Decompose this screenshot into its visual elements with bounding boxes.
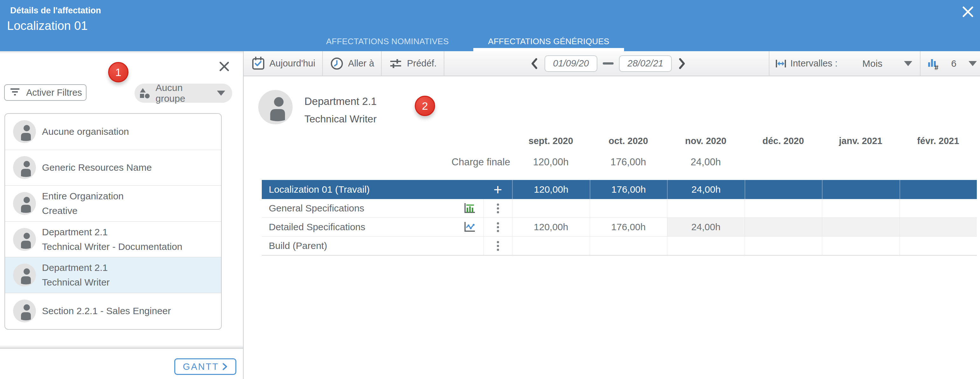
org-list-item[interactable]: Generic Resources Name (5, 150, 221, 186)
activate-filters-button[interactable]: Activer Filtres (4, 84, 86, 101)
org-list-item[interactable]: Section 2.2.1 - Sales Engineer (5, 293, 221, 329)
summary-value-cell[interactable]: 24,00h (667, 180, 745, 199)
add-task-button[interactable]: + (484, 180, 512, 199)
assignment-summary-row: Localization 01 (Travail) + 120,00h176,0… (262, 180, 977, 199)
tab-affectations-nominatives[interactable]: AFFECTATIONS NOMINATIVES (318, 32, 457, 51)
task-name: General Specifications (269, 203, 364, 214)
group-selector[interactable]: Aucun groupe (135, 84, 232, 103)
toolbar-buttons: Aujourd'hui Aller à Prédéf. (243, 51, 444, 76)
task-menu-button[interactable] (484, 236, 512, 255)
organization-list: Aucune organisationGeneric Resources Nam… (5, 113, 222, 330)
dialog-header: Détails de l'affectation Localization 01… (0, 0, 980, 51)
task-value-cell[interactable] (899, 199, 977, 217)
task-value-cell[interactable] (822, 236, 899, 255)
charge-finale-row: Charge finale 120,00h176,00h24,00h (262, 156, 977, 168)
gantt-label: GANTT (183, 362, 219, 372)
org-item-title: Aucune organisation (42, 124, 129, 139)
dialog-subtitle: Détails de l'affectation (10, 6, 101, 16)
tab-affectations-generiques[interactable]: AFFECTATIONS GÉNÉRIQUES (473, 32, 624, 51)
org-item-text: Generic Resources Name (42, 160, 152, 175)
task-row: General Specifications (262, 199, 977, 218)
org-item-text: Entire OrganizationCreative (42, 189, 124, 218)
task-value-cell[interactable]: 120,00h (512, 218, 590, 236)
summary-value-cell[interactable] (822, 180, 899, 199)
go-to-button[interactable]: Aller à (323, 51, 382, 76)
task-menu-button[interactable] (484, 199, 512, 217)
timeline-toolbar: Aujourd'hui Aller à Prédéf. 01/09/20 28/… (243, 51, 980, 76)
chevron-down-icon[interactable] (904, 61, 912, 66)
summary-value-cell[interactable]: 120,00h (512, 180, 590, 199)
month-header: nov. 2020 (667, 135, 745, 146)
kebab-menu-icon (497, 239, 499, 252)
avatar (13, 120, 36, 143)
gantt-button[interactable]: GANTT (174, 358, 236, 375)
task-value-cell[interactable] (667, 236, 745, 255)
task-value-cell[interactable]: 176,00h (590, 218, 667, 236)
summary-value-cell[interactable]: 176,00h (590, 180, 667, 199)
person-icon (13, 120, 36, 143)
clock-icon (330, 57, 344, 71)
date-range-controls: 01/09/20 28/02/21 (530, 51, 687, 76)
preset-button[interactable]: Prédéf. (382, 51, 444, 76)
avatar (13, 263, 36, 287)
chevron-down-icon (217, 90, 225, 96)
resource-avatar (258, 90, 293, 125)
today-button[interactable]: Aujourd'hui (251, 51, 323, 76)
resource-subtitle: Technical Writer (304, 113, 377, 125)
org-list-item[interactable]: Department 2.1Technical Writer - Documen… (5, 221, 221, 257)
months-header-row: sept. 2020oct. 2020nov. 2020déc. 2020jan… (262, 135, 977, 146)
bar-chart-icon-button[interactable] (463, 202, 476, 215)
chevron-right-icon (222, 363, 228, 371)
task-value-cell[interactable] (822, 218, 899, 236)
task-value-cell[interactable]: 24,00h (667, 218, 745, 236)
task-value-cell[interactable] (590, 236, 667, 255)
avatar (13, 156, 36, 179)
charge-finale-value (822, 156, 899, 168)
intervals-label: Intervalles : (791, 58, 837, 69)
person-icon (13, 263, 36, 287)
month-header: déc. 2020 (745, 135, 822, 146)
task-value-cell[interactable] (822, 199, 899, 217)
task-value-cell[interactable] (512, 236, 590, 255)
close-icon[interactable] (960, 4, 975, 19)
summary-value-cell[interactable] (899, 180, 977, 199)
task-value-cell[interactable] (745, 199, 822, 217)
column-count-value[interactable]: 6 (951, 58, 956, 69)
assignment-summary-label: Localization 01 (Travail) (262, 180, 484, 199)
date-to-input[interactable]: 28/02/21 (619, 56, 672, 72)
avatar (13, 228, 36, 251)
chevron-right-icon[interactable] (677, 57, 687, 70)
org-list-item[interactable]: Entire OrganizationCreative (5, 186, 221, 221)
group-icon (139, 87, 150, 99)
month-header: janv. 2021 (822, 135, 899, 146)
org-item-text: Aucune organisation (42, 124, 129, 139)
svg-text:#: # (934, 63, 938, 71)
line-chart-icon-button[interactable] (463, 220, 476, 233)
summary-value-cell[interactable] (745, 180, 822, 199)
task-row: Detailed Specifications120,00h176,00h24,… (262, 218, 977, 236)
person-icon (258, 90, 293, 124)
task-value-cell[interactable] (512, 199, 590, 217)
chevron-left-icon[interactable] (530, 57, 539, 70)
task-value-cell[interactable] (745, 218, 822, 236)
task-menu-button[interactable] (484, 218, 512, 236)
org-item-title: Section 2.2.1 - Sales Engineer (42, 304, 171, 318)
avatar (13, 300, 36, 322)
sidebar-close-icon[interactable] (218, 60, 230, 73)
task-label-cell: General Specifications (262, 199, 484, 217)
task-value-cell[interactable] (667, 199, 745, 217)
bar-chart-icon (463, 202, 476, 215)
chevron-down-icon[interactable] (969, 61, 977, 66)
task-value-cell[interactable] (745, 236, 822, 255)
org-item-title: Department 2.1 (42, 225, 182, 239)
date-from-input[interactable]: 01/09/20 (544, 56, 597, 72)
intervals-value[interactable]: Mois (862, 58, 882, 69)
task-value-cell[interactable] (590, 199, 667, 217)
org-list-item[interactable]: Aucune organisation (5, 114, 221, 150)
org-item-text: Department 2.1Technical Writer - Documen… (42, 225, 182, 254)
task-value-cell[interactable] (899, 236, 977, 255)
task-value-cell[interactable] (899, 218, 977, 236)
org-list-item[interactable]: Department 2.1Technical Writer (5, 257, 221, 293)
avatar (13, 192, 36, 215)
task-row: Build (Parent) (262, 236, 977, 255)
